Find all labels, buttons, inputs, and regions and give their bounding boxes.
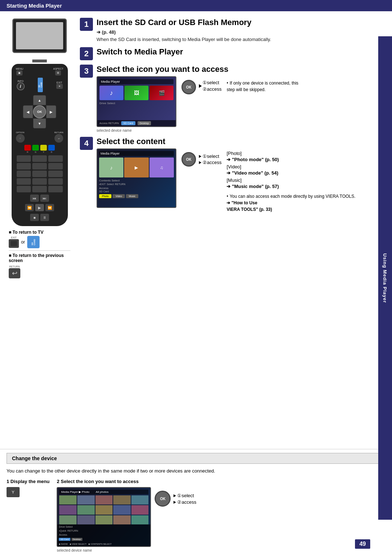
change-step-2-label: 2 Select the icon you want to access	[57, 479, 196, 484]
num-btn-6[interactable]	[48, 163, 63, 169]
option-button[interactable]: ○	[16, 134, 25, 143]
music-mode-link: ➔ "Music mode" (p. 57)	[226, 184, 355, 189]
ok-label-3: OK	[186, 85, 192, 89]
change-photo-grid	[59, 495, 148, 524]
screen-3-label: selected device name	[97, 128, 132, 132]
change-device-banner: Change the device	[7, 453, 385, 464]
transport-row-1: ⏮ ⏭	[15, 194, 65, 203]
sd-card-button[interactable]: SDCARD	[27, 236, 40, 248]
skip-back-button[interactable]: ⏮	[30, 195, 39, 202]
menu-button[interactable]: ▣	[16, 70, 23, 75]
info-icon[interactable]: i	[17, 82, 25, 90]
num-btn-2[interactable]	[32, 155, 47, 162]
aspect-button[interactable]: ⊞	[55, 70, 61, 75]
return-tv-row: EXIT or SDCARD	[9, 236, 70, 248]
fast-forward-button[interactable]: ⏩	[45, 204, 54, 211]
dpad-down[interactable]: ▼	[33, 118, 46, 128]
yellow-button[interactable]	[40, 145, 47, 151]
photo-cell-10	[131, 505, 149, 514]
red-button[interactable]	[24, 145, 31, 151]
step-1-block: 1 Insert the SD Card or USB Flash Memory…	[80, 18, 383, 43]
step-3-select-label: ①select	[203, 80, 219, 85]
change-arrow-access	[173, 501, 176, 504]
right-margin-bar: Using Media Player	[378, 36, 392, 520]
num-btn-extra3[interactable]	[17, 186, 31, 192]
dpad-left[interactable]: ◀	[23, 105, 33, 118]
step-1-number: 1	[80, 18, 93, 31]
screen-4-tab-video: Video	[113, 194, 125, 198]
exit-button[interactable]: ✕	[56, 84, 63, 89]
dpad-up[interactable]: ▲	[33, 95, 46, 105]
num-btn-extra1[interactable]	[32, 178, 47, 185]
step-3-ok-button: OK	[181, 80, 196, 94]
y-button[interactable]: Y	[7, 487, 20, 497]
step-3-number: 3	[80, 65, 93, 78]
bottom-tab-desktop: Desktop	[72, 538, 82, 541]
exit-btn-bottom[interactable]	[9, 239, 19, 248]
viera-note: •You can also access each mode directly …	[226, 193, 355, 213]
ok-label-4: OK	[186, 158, 192, 162]
dpad-ok[interactable]: OK	[33, 105, 46, 118]
step-1-ref: ➔ (p. 48)	[97, 29, 383, 36]
rewind-button[interactable]: ⏪	[25, 204, 34, 211]
screen-3-bottom: Access RETURN SD Card Desktop	[97, 120, 176, 126]
to-return-tv-label: ■ To return to TV	[9, 230, 70, 235]
transport-row-3: ■ ⏸	[15, 214, 65, 221]
step-2-content: Switch to Media Player	[97, 47, 383, 58]
dpad-right[interactable]: ▶	[46, 105, 56, 118]
return-button[interactable]: ↩	[54, 134, 63, 143]
step-3-note: •If only one device is connected, this s…	[226, 80, 299, 93]
sd-card-label: SDCARD	[38, 78, 43, 92]
return-label: RETURN	[54, 131, 64, 134]
return-icon-button[interactable]: ↩	[9, 268, 20, 278]
skip-forward-button[interactable]: ⏭	[40, 195, 49, 202]
b-label: B	[51, 151, 52, 153]
play-button[interactable]: ▶	[35, 204, 44, 211]
music-bracket: [Music]	[226, 177, 355, 183]
to-return-prev-label: ■ To return to the previous screen	[9, 253, 70, 263]
change-device-title: Change the device	[12, 455, 57, 461]
num-btn-extra2[interactable]	[48, 178, 63, 185]
step-4-screen-row: Media Player ♪ ▶	[97, 148, 383, 213]
step-3-note-text: If only one device is connected, this st…	[226, 81, 298, 92]
step-3-title: Select the icon you want to access	[97, 65, 383, 74]
return-tv-section: ■ To return to TV EXIT or SDCARD ■ To re…	[7, 230, 73, 278]
step-1-desc: When the SD Card is inserted, switching …	[97, 36, 383, 43]
num-btn-extra4[interactable]	[32, 186, 47, 192]
step-4-number: 4	[80, 137, 93, 150]
num-btn-extra5[interactable]	[48, 186, 63, 192]
blue-button[interactable]	[48, 145, 55, 151]
step-3-select: ①select	[203, 80, 221, 85]
music-mode-item: [Music] ➔ "Music mode" (p. 57)	[226, 177, 355, 189]
num-btn-0[interactable]	[17, 178, 31, 185]
change-screen-title: Media Player ▶ Photo All photos	[59, 490, 148, 494]
green-button[interactable]	[32, 145, 39, 151]
change-ok-button: OK	[155, 491, 171, 507]
pause-play-button[interactable]: ⏸	[40, 214, 49, 221]
num-btn-8[interactable]	[32, 171, 47, 177]
step-3-screen-inner: Media Player ♪ 🖼	[97, 77, 176, 126]
photo-mode-link: ➔ "Photo mode" (p. 50)	[226, 157, 355, 162]
photo-cell-4	[113, 495, 131, 504]
bottom-section: Change the device You can change to the …	[0, 449, 392, 556]
num-btn-7[interactable]	[17, 171, 31, 177]
exit-top-label: EXIT	[57, 81, 62, 84]
number-buttons	[15, 155, 65, 192]
change-step-2: 2 Select the icon you want to access Med…	[57, 479, 196, 552]
transport-row-2: ⏪ ▶ ⏩	[15, 204, 65, 211]
photo-cell-8	[95, 505, 113, 514]
video-mode-link: ➔ "Video mode" (p. 54)	[226, 170, 355, 176]
num-btn-3[interactable]	[48, 155, 63, 162]
tv-screen	[12, 19, 67, 53]
num-btn-5[interactable]	[32, 163, 47, 169]
num-btn-1[interactable]	[17, 155, 31, 162]
change-screen-menu: Drive Select	[59, 526, 149, 528]
screen-4-music: ♫	[150, 158, 174, 177]
change-access-label: ②access	[177, 499, 196, 505]
stop-button[interactable]: ■	[30, 214, 39, 221]
num-btn-4[interactable]	[17, 163, 31, 169]
num-btn-9[interactable]	[48, 171, 63, 177]
screen-3-photo: 🖼	[124, 86, 148, 100]
photo-mode-item: [Photo] ➔ "Photo mode" (p. 50)	[226, 151, 355, 162]
or-label: or	[21, 240, 25, 245]
